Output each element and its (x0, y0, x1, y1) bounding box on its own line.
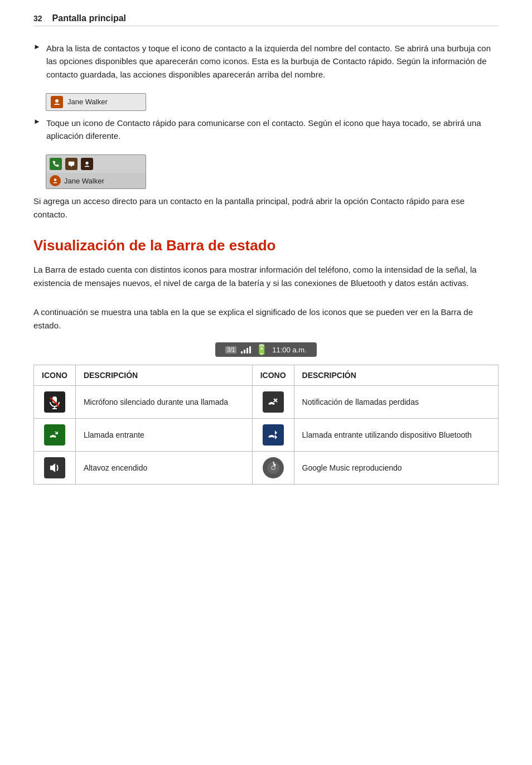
table-row: Altavoz encendido Google Music reproduci… (34, 452, 499, 485)
contact-name-2: Jane Walker (64, 177, 104, 185)
col-header-desc1: DESCRIPCIÓN (75, 365, 252, 386)
quick-icon-3 (81, 158, 93, 170)
svg-point-2 (85, 162, 88, 164)
desc-bluetooth-call: Llamada entrante utilizando dispositivo … (294, 419, 498, 452)
col-header-icon1: ICONO (34, 365, 76, 386)
icon-cell-mute (34, 386, 76, 419)
svg-point-12 (272, 467, 274, 469)
quick-icon-2 (65, 158, 78, 170)
contact-name-1: Jane Walker (67, 98, 108, 106)
desc-mute: Micrófono silenciado durante una llamada (75, 386, 252, 419)
svg-point-3 (54, 179, 57, 182)
icon-table: ICONO DESCRIPCIÓN ICONO DESCRIPCIÓN (33, 365, 499, 485)
bullet-arrow-1: ► (33, 42, 41, 51)
bullet-item-1: ► Abra la lista de contactos y toque el … (33, 42, 499, 81)
page-title: Pantalla principal (52, 13, 126, 23)
desc-incoming-call: Llamada entrante (75, 419, 252, 452)
desc-speakerphone: Altavoz encendido (75, 452, 252, 485)
bullet-text-1: Abra la lista de contactos y toque el ic… (46, 42, 499, 81)
speakerphone-icon (44, 457, 65, 478)
col-header-desc2: DESCRIPCIÓN (294, 365, 498, 386)
paragraph-3: A continuación se muestra una tabla en l… (33, 306, 499, 332)
desc-google-music: Google Music reproduciendo (294, 452, 498, 485)
desc-missed-call: Notificación de llamadas perdidas (294, 386, 498, 419)
quick-contact-icons-row (46, 155, 146, 173)
svg-point-0 (55, 99, 59, 103)
page-number: 32 (33, 14, 42, 23)
section-heading: Visualización de la Barra de estado (33, 237, 499, 254)
missed-call-icon (263, 391, 284, 413)
col-header-icon2: ICONO (252, 365, 294, 386)
page-header: 32 Pantalla principal (33, 13, 499, 26)
incoming-call-icon (44, 424, 65, 446)
bullet-arrow-2: ► (33, 117, 41, 125)
status-bar-time: 11:00 a.m. (272, 346, 306, 354)
contact-screenshot-2: Jane Walker (46, 154, 146, 189)
bullet-text-2: Toque un icono de Contacto rápido para c… (46, 117, 499, 143)
paragraph-1: Si agrega un acceso directo para un cont… (33, 195, 499, 221)
contact-name-row-2: Jane Walker (46, 173, 146, 188)
svg-rect-1 (69, 162, 75, 166)
bullet-item-2: ► Toque un icono de Contacto rápido para… (33, 117, 499, 143)
status-bar-demo: 3/1 🔋 11:00 a.m. (33, 342, 499, 357)
contact-initial (50, 175, 61, 186)
table-row: Micrófono silenciado durante una llamada… (34, 386, 499, 419)
icon-cell-google-music (252, 452, 294, 485)
table-row: Llamada entrante Llamada entrante utiliz… (34, 419, 499, 452)
icon-cell-incoming-call (34, 419, 76, 452)
microphone-mute-icon (44, 391, 65, 413)
signal-icon (241, 346, 251, 354)
notification-badge: 3/1 (225, 346, 236, 354)
quick-icon-1 (50, 158, 62, 170)
icon-cell-speakerphone (34, 452, 76, 485)
battery-icon: 🔋 (255, 345, 268, 355)
status-bar-image: 3/1 🔋 11:00 a.m. (215, 342, 316, 357)
icon-cell-bluetooth-call (252, 419, 294, 452)
contact-screenshot-1: Jane Walker (46, 93, 146, 111)
contact-icon (51, 96, 63, 108)
icon-cell-missed-call (252, 386, 294, 419)
svg-point-13 (273, 464, 275, 466)
bluetooth-call-icon (263, 424, 284, 446)
paragraph-2: La Barra de estado cuenta con distintos … (33, 263, 499, 290)
google-music-icon (263, 457, 284, 478)
